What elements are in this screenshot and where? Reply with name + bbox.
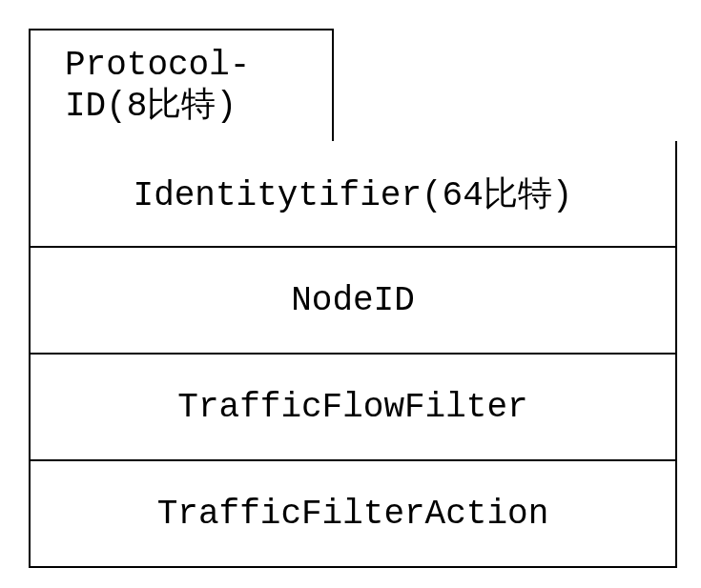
nodeid-field: NodeID — [29, 248, 677, 355]
nodeid-row: NodeID — [29, 248, 677, 355]
trafficfilteraction-label: TrafficFilterAction — [157, 495, 548, 534]
identifier-field: Identitytifier(64比特) — [29, 141, 677, 248]
protocol-id-field: Protocol-ID(8比特) — [29, 29, 334, 143]
trafficflowfilter-label: TrafficFlowFilter — [177, 388, 527, 427]
nodeid-label: NodeID — [291, 281, 415, 320]
identifier-label: Identitytifier(64比特) — [134, 171, 573, 217]
protocol-structure-diagram: Protocol-ID(8比特) Identitytifier(64比特) No… — [29, 29, 677, 568]
protocol-id-label: Protocol-ID(8比特) — [65, 45, 313, 127]
trafficflowfilter-field: TrafficFlowFilter — [29, 355, 677, 461]
header-spacer — [334, 29, 677, 143]
trafficfilteraction-row: TrafficFilterAction — [29, 461, 677, 568]
trafficfilteraction-field: TrafficFilterAction — [29, 461, 677, 568]
identifier-row: Identitytifier(64比特) — [29, 143, 677, 248]
trafficflowfilter-row: TrafficFlowFilter — [29, 355, 677, 461]
header-row: Protocol-ID(8比特) — [29, 29, 677, 143]
